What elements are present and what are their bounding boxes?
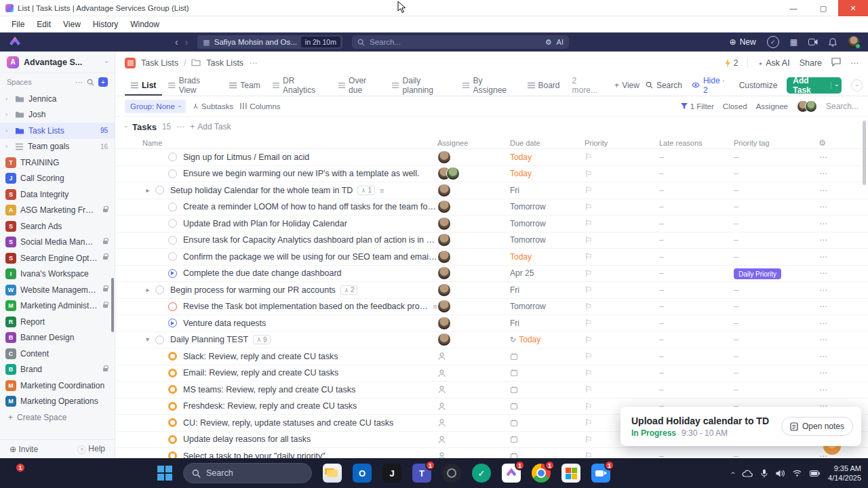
- row-menu-button[interactable]: ⋯: [815, 285, 868, 295]
- task-row[interactable]: ▸ Daily Planning TEST 9 ≡ ↻: [115, 332, 868, 349]
- assignee-cell[interactable]: [437, 385, 510, 394]
- task-status-icon[interactable]: [168, 319, 177, 327]
- row-menu-button[interactable]: ⋯: [815, 252, 868, 262]
- assignee-cell[interactable]: [437, 184, 510, 197]
- priority-tag-badge[interactable]: Daily Priority: [734, 268, 781, 279]
- task-name[interactable]: Email: Review, reply and create CU tasks: [183, 368, 338, 378]
- taskbar-app-icon[interactable]: 1: [591, 464, 610, 483]
- priority-tag-cell[interactable]: –: [734, 186, 815, 195]
- taskbar-app-icon[interactable]: 1: [502, 464, 521, 483]
- task-row[interactable]: ▸ Venture data requests ≡ ↻: [115, 315, 868, 332]
- sidebar-space-item[interactable]: T TRAINING: [0, 155, 115, 171]
- sidebar-space-item[interactable]: M Marketing Coordination: [0, 378, 115, 394]
- assignee-cell[interactable]: [437, 402, 510, 411]
- row-menu-button[interactable]: ⋯: [815, 202, 868, 211]
- sidebar-space-item[interactable]: S Search Ads: [0, 218, 115, 235]
- row-menu-button[interactable]: ⋯: [815, 169, 868, 178]
- expand-toggle-icon[interactable]: ▸: [142, 286, 153, 293]
- priority-tag-cell[interactable]: –: [734, 451, 815, 458]
- due-date-cell[interactable]: ↻ Tomorrow: [510, 302, 585, 311]
- row-menu-button[interactable]: ⋯: [815, 352, 868, 361]
- sidebar-space-item[interactable]: A ASG Marketing Framew...: [0, 203, 115, 219]
- header-more-button[interactable]: ⋯: [850, 58, 859, 68]
- group-title[interactable]: Tasks: [132, 122, 157, 132]
- collapse-group-icon[interactable]: ›: [123, 126, 130, 128]
- view-tab[interactable]: Team: [223, 75, 266, 96]
- create-space-button[interactable]: + Create Space: [0, 409, 115, 426]
- late-reasons-cell[interactable]: –: [659, 252, 734, 262]
- late-reasons-cell[interactable]: –: [659, 219, 734, 228]
- view-search-button[interactable]: Search: [646, 81, 682, 90]
- task-status-icon[interactable]: [155, 186, 164, 195]
- sidebar-space-item[interactable]: I Ivana's Workspace: [0, 266, 115, 283]
- sidebar-space-item[interactable]: B Banner Design: [0, 330, 115, 346]
- expand-toggle-icon[interactable]: ▸: [144, 335, 152, 344]
- menu-item[interactable]: Edit: [31, 20, 57, 29]
- priority-tag-cell[interactable]: –: [734, 235, 815, 245]
- task-row[interactable]: ▸ Setup holiday Calendar for the whole t…: [115, 182, 868, 199]
- taskbar-clock[interactable]: 9:35 AM 4/14/2025: [828, 464, 861, 483]
- sidebar-space-item[interactable]: W Website Management: [0, 282, 115, 298]
- due-date-cell[interactable]: ↻ Today: [510, 335, 585, 344]
- workspace-switcher[interactable]: A Advantage S... ›: [0, 52, 115, 73]
- view-tab[interactable]: Board: [521, 75, 566, 96]
- tasks-check-icon[interactable]: ✓: [767, 36, 779, 48]
- breadcrumb-item[interactable]: Task Lists: [206, 58, 243, 68]
- priority-tag-cell[interactable]: –: [734, 202, 815, 211]
- assignee-cell[interactable]: [437, 300, 510, 313]
- sidebar-tree-item[interactable]: › Task Lists 95: [0, 123, 115, 139]
- task-status-icon[interactable]: [168, 435, 177, 444]
- late-reasons-cell[interactable]: –: [659, 451, 734, 458]
- task-row[interactable]: ▸ Revise the Task bot implementation bas…: [115, 299, 868, 316]
- priority-tag-cell[interactable]: –: [734, 252, 815, 262]
- task-name[interactable]: Ensure we begin warming our new IP's wit…: [183, 169, 419, 178]
- priority-cell[interactable]: ⚐: [585, 368, 659, 378]
- sidebar-space-item[interactable]: R Report: [0, 314, 115, 330]
- due-date-cell[interactable]: ↻ Fri: [510, 186, 585, 195]
- view-tab[interactable]: List: [125, 75, 162, 96]
- priority-tag-cell[interactable]: –: [734, 152, 815, 162]
- global-search-input[interactable]: Search... ⚙ AI: [352, 35, 569, 49]
- new-button[interactable]: ⊕New: [730, 37, 756, 47]
- open-notes-button[interactable]: Open notes: [781, 417, 853, 436]
- priority-cell[interactable]: ⚐: [585, 185, 659, 195]
- priority-tag-cell[interactable]: –: [734, 285, 815, 295]
- task-name[interactable]: Select a task to be your "daily priority…: [183, 451, 326, 458]
- due-date-cell[interactable]: ↻: [510, 369, 585, 377]
- column-header[interactable]: Name: [126, 139, 437, 147]
- sidebar-space-item[interactable]: C Content: [0, 346, 115, 362]
- maximize-button[interactable]: ▢: [808, 0, 838, 16]
- menu-item[interactable]: History: [87, 20, 124, 29]
- late-reasons-cell[interactable]: –: [659, 235, 734, 245]
- task-name[interactable]: Daily Planning TEST: [170, 335, 248, 344]
- task-name[interactable]: Update Brad with Plan for Holiday Calend…: [183, 219, 347, 228]
- priority-cell[interactable]: ⚐: [585, 202, 659, 212]
- taskbar-app-icon[interactable]: [323, 464, 342, 483]
- assignee-cell[interactable]: [437, 150, 510, 164]
- due-date-cell[interactable]: ↻: [510, 402, 585, 410]
- assignee-cell[interactable]: [437, 451, 510, 458]
- row-menu-button[interactable]: ⋯: [815, 186, 868, 195]
- row-menu-button[interactable]: ⋯: [815, 219, 868, 228]
- expand-toggle-icon[interactable]: ▸: [142, 186, 153, 194]
- task-row[interactable]: ▸ Select a task to be your "daily priori…: [115, 448, 868, 458]
- row-menu-button[interactable]: ⋯: [815, 451, 868, 458]
- view-tab[interactable]: By Assignee: [456, 75, 521, 96]
- user-avatar[interactable]: [848, 36, 860, 48]
- assignee-filter-avatars[interactable]: [797, 100, 817, 113]
- priority-cell[interactable]: ⚐: [585, 302, 659, 312]
- taskbar-app-icon[interactable]: J: [382, 464, 401, 483]
- forward-button[interactable]: ›: [185, 37, 189, 47]
- task-status-icon[interactable]: [168, 269, 177, 278]
- task-name[interactable]: Sign up for Litmus / Email on acid: [183, 152, 309, 162]
- priority-cell[interactable]: ⚐: [585, 169, 659, 179]
- due-date-cell[interactable]: ↻ Today: [510, 169, 585, 178]
- close-button[interactable]: ✕: [838, 0, 868, 16]
- priority-tag-cell[interactable]: –: [734, 335, 815, 344]
- late-reasons-cell[interactable]: –: [659, 302, 734, 311]
- sidebar-tree-item[interactable]: › Josh: [0, 107, 115, 123]
- assignee-cell[interactable]: [437, 217, 510, 230]
- subtasks-filter-button[interactable]: Subtasks: [193, 102, 233, 110]
- taskbar-app-icon[interactable]: 1: [532, 464, 551, 483]
- task-status-icon[interactable]: [168, 352, 177, 361]
